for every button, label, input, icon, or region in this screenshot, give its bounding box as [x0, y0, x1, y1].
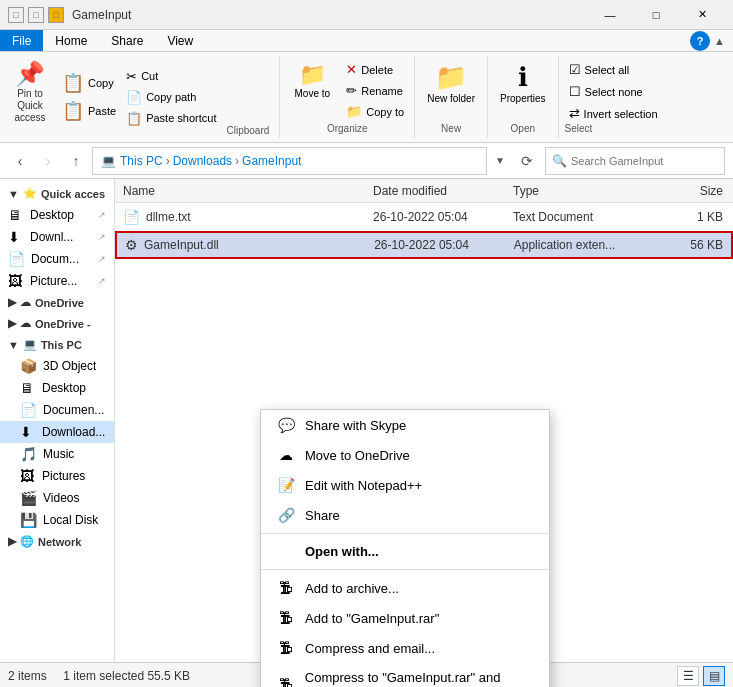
music-icon: 🎵 — [20, 446, 37, 462]
search-input[interactable] — [571, 155, 701, 167]
select-all-button[interactable]: ☑ Select all — [565, 60, 662, 79]
copy-to-label: Copy to — [366, 106, 404, 118]
forward-button[interactable]: › — [36, 149, 60, 173]
ctx-onedrive[interactable]: ☁ Move to OneDrive — [261, 440, 549, 470]
col-header-type[interactable]: Type — [513, 184, 643, 198]
detail-view-button[interactable]: ▤ — [703, 666, 725, 686]
delete-icon: ✕ — [346, 62, 357, 77]
tab-view[interactable]: View — [155, 30, 205, 51]
properties-label: Properties — [500, 93, 546, 104]
sidebar-item-videos[interactable]: 🎬 Videos — [0, 487, 114, 509]
sidebar-item-downloads[interactable]: ⬇ Download... — [0, 421, 114, 443]
ctx-open-with-label: Open with... — [305, 544, 379, 559]
sidebar-item-3d[interactable]: 📦 3D Object — [0, 355, 114, 377]
sidebar-item-music[interactable]: 🎵 Music — [0, 443, 114, 465]
path-gameinput[interactable]: GameInput — [242, 154, 301, 168]
help-button[interactable]: ? — [690, 31, 710, 51]
sidebar-3d-label: 3D Object — [43, 359, 96, 373]
quick-access-label: Quick acces — [41, 188, 105, 200]
sidebar-item-desktop[interactable]: 🖥 Desktop ↗ — [0, 204, 114, 226]
new-folder-button[interactable]: 📁 New folder — [421, 60, 481, 123]
col-header-date[interactable]: Date modified — [373, 184, 513, 198]
cut-icon: ✂ — [126, 69, 137, 84]
network-arrow: ▶ — [8, 535, 16, 548]
move-to-button[interactable]: 📁 Move to — [286, 60, 338, 123]
copy-path-icon: 📄 — [126, 90, 142, 105]
paste-shortcut-button[interactable]: 📋 Paste shortcut — [122, 109, 220, 128]
up-button[interactable]: ↑ — [64, 149, 88, 173]
ctx-open-with[interactable]: Open with... — [261, 537, 549, 566]
cut-button[interactable]: ✂ Cut — [122, 67, 220, 86]
list-view-button[interactable]: ☰ — [677, 666, 699, 686]
sidebar-item-documents[interactable]: 📄 Docum... ↗ — [0, 248, 114, 270]
network-label: Network — [38, 536, 81, 548]
title-icon-2: □ — [28, 7, 44, 23]
quick-access-section[interactable]: ▼ ⭐ Quick acces — [0, 183, 114, 204]
refresh-button[interactable]: ⟳ — [513, 147, 541, 175]
ctx-compress-gameinput-email[interactable]: 🗜 Compress to "GameInput.rar" and email — [261, 663, 549, 687]
rename-button[interactable]: ✏ Rename — [342, 81, 408, 100]
address-path[interactable]: 💻 This PC › Downloads › GameInput — [92, 147, 487, 175]
file-type-gameinput: Application exten... — [514, 238, 644, 252]
minimize-button[interactable]: — — [587, 0, 633, 30]
network-section[interactable]: ▶ 🌐 Network — [0, 531, 114, 552]
back-button[interactable]: ‹ — [8, 149, 32, 173]
properties-button[interactable]: ℹ Properties — [494, 60, 552, 123]
collapse-ribbon-button[interactable]: ▲ — [714, 35, 725, 47]
ctx-share-skype[interactable]: 💬 Share with Skype — [261, 410, 549, 440]
onedrive2-section[interactable]: ▶ ☁ OneDrive - — [0, 313, 114, 334]
maximize-button[interactable]: □ — [633, 0, 679, 30]
onedrive-section[interactable]: ▶ ☁ OneDrive — [0, 292, 114, 313]
close-button[interactable]: ✕ — [679, 0, 725, 30]
paste-button[interactable]: 📋 Paste — [58, 98, 120, 124]
select-none-button[interactable]: ☐ Select none — [565, 82, 662, 101]
ctx-share[interactable]: 🔗 Share — [261, 500, 549, 530]
tab-file[interactable]: File — [0, 30, 43, 51]
ctx-compress-gameinput-label: Compress to "GameInput.rar" and email — [305, 670, 533, 687]
file-row-dllme[interactable]: 📄 dllme.txt 26-10-2022 05:04 Text Docume… — [115, 203, 733, 231]
status-right: ☰ ▤ — [677, 666, 725, 686]
path-downloads[interactable]: Downloads — [173, 154, 232, 168]
sidebar-item-localdisk[interactable]: 💾 Local Disk — [0, 509, 114, 531]
thispc-section[interactable]: ▼ 💻 This PC — [0, 334, 114, 355]
sidebar-item-documents2[interactable]: 📄 Documen... — [0, 399, 114, 421]
path-this-pc[interactable]: This PC — [120, 154, 163, 168]
file-name-dllme: 📄 dllme.txt — [123, 209, 373, 225]
search-box[interactable]: 🔍 — [545, 147, 725, 175]
copy-button[interactable]: 📋 Copy — [58, 70, 120, 96]
file-row-gameinput[interactable]: ⚙ GameInput.dll 26-10-2022 05:04 Applica… — [115, 231, 733, 259]
col-header-name[interactable]: Name — [123, 184, 373, 198]
properties-icon: ℹ — [518, 62, 528, 93]
dropdown-arrow[interactable]: ▼ — [491, 155, 509, 166]
delete-label: Delete — [361, 64, 393, 76]
file-header: Name Date modified Type Size — [115, 179, 733, 203]
pin-quick-access-button[interactable]: 📌 Pin to Quick access — [4, 58, 56, 136]
ctx-add-gameinput[interactable]: 🗜 Add to "GameInput.rar" — [261, 603, 549, 633]
notepad-icon: 📝 — [277, 477, 295, 493]
tab-share[interactable]: Share — [99, 30, 155, 51]
ctx-notepad[interactable]: 📝 Edit with Notepad++ — [261, 470, 549, 500]
selected-info: 1 item selected 55.5 KB — [63, 669, 190, 683]
delete-button[interactable]: ✕ Delete — [342, 60, 408, 79]
onedrive-label: OneDrive — [35, 297, 84, 309]
sidebar-item-pictures2[interactable]: 🖼 Pictures — [0, 465, 114, 487]
ctx-compress-email[interactable]: 🗜 Compress and email... — [261, 633, 549, 663]
path-icon: 💻 — [101, 154, 116, 168]
ctx-add-archive[interactable]: 🗜 Add to archive... — [261, 573, 549, 603]
sidebar-item-desktop2[interactable]: 🖥 Desktop — [0, 377, 114, 399]
copy-to-button[interactable]: 📁 Copy to — [342, 102, 408, 121]
pictures-arrow: ↗ — [98, 276, 106, 286]
sidebar-item-pictures[interactable]: 🖼 Picture... ↗ — [0, 270, 114, 292]
invert-selection-button[interactable]: ⇄ Invert selection — [565, 104, 662, 123]
tab-home[interactable]: Home — [43, 30, 99, 51]
sidebar-item-downloads-qa[interactable]: ⬇ Downl... ↗ — [0, 226, 114, 248]
copy-path-button[interactable]: 📄 Copy path — [122, 88, 220, 107]
sidebar-downloads-label: Download... — [42, 425, 105, 439]
col-header-size[interactable]: Size — [643, 184, 723, 198]
file-size-gameinput: 56 KB — [643, 238, 723, 252]
title-bar: □ □ □ GameInput — □ ✕ — [0, 0, 733, 30]
gameinput-icon: ⚙ — [125, 237, 138, 253]
title-icon-3: □ — [48, 7, 64, 23]
archive-icon: 🗜 — [277, 580, 295, 596]
sidebar-localdisk-label: Local Disk — [43, 513, 98, 527]
